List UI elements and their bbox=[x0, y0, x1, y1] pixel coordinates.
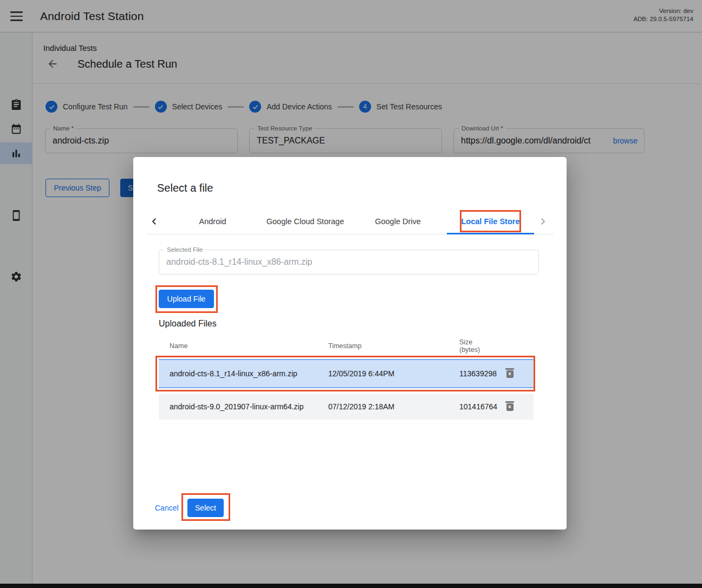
tab-google-drive[interactable]: Google Drive bbox=[352, 208, 444, 234]
tabs-prev-button[interactable] bbox=[148, 215, 160, 227]
column-header-timestamp: Timestamp bbox=[328, 342, 459, 350]
delete-file-button[interactable]: × bbox=[505, 368, 515, 379]
table-header-row: Name Timestamp Size (bytes) bbox=[159, 336, 534, 356]
selected-file-field[interactable]: Selected File android-cts-8.1_r14-linux_… bbox=[159, 250, 539, 275]
file-timestamp: 07/12/2019 2:18AM bbox=[328, 402, 459, 411]
dialog-title: Select a file bbox=[157, 182, 213, 194]
file-size: 101416764 bbox=[459, 402, 505, 411]
delete-icon bbox=[505, 401, 514, 403]
tab-android[interactable]: Android bbox=[166, 208, 259, 234]
column-header-size-line2: (bytes) bbox=[459, 346, 505, 354]
uploaded-files-heading: Uploaded Files bbox=[159, 319, 217, 329]
tab-list: Android Google Cloud Storage Google Driv… bbox=[166, 208, 537, 234]
file-name: android-cts-8.1_r14-linux_x86-arm.zip bbox=[170, 369, 328, 378]
delete-file-button[interactable]: × bbox=[505, 401, 515, 412]
delete-icon bbox=[505, 368, 514, 370]
screen: { "header": { "title": "Android Test Sta… bbox=[0, 0, 702, 588]
cancel-button[interactable]: Cancel bbox=[155, 504, 179, 512]
select-button[interactable]: Select bbox=[187, 499, 224, 517]
column-header-size-line1: Size bbox=[459, 338, 505, 346]
file-source-tabbar: Android Google Cloud Storage Google Driv… bbox=[133, 208, 567, 234]
select-file-dialog: Select a file Android Google Cloud Stora… bbox=[133, 157, 567, 530]
tab-google-cloud-storage[interactable]: Google Cloud Storage bbox=[259, 208, 352, 234]
selected-file-label: Selected File bbox=[164, 246, 205, 253]
file-name: android-sts-9.0_201907-linux-arm64.zip bbox=[170, 402, 328, 411]
column-header-size: Size (bytes) bbox=[459, 338, 505, 354]
selected-file-value: android-cts-8.1_r14-linux_x86-arm.zip bbox=[166, 257, 312, 267]
upload-file-button[interactable]: Upload File bbox=[159, 290, 214, 308]
file-size: 113639298 bbox=[459, 369, 505, 378]
table-row[interactable]: android-sts-9.0_201907-linux-arm64.zip 0… bbox=[159, 394, 534, 420]
tab-local-file-store[interactable]: Local File Store bbox=[444, 208, 537, 234]
column-header-name: Name bbox=[170, 342, 328, 350]
chevron-right-icon bbox=[538, 217, 548, 226]
tabs-next-button[interactable] bbox=[537, 215, 549, 227]
active-tab-indicator bbox=[447, 233, 534, 234]
file-timestamp: 12/05/2019 6:44PM bbox=[328, 369, 459, 378]
table-row-selected[interactable]: android-cts-8.1_r14-linux_x86-arm.zip 12… bbox=[159, 359, 534, 388]
chevron-left-icon bbox=[150, 217, 159, 226]
